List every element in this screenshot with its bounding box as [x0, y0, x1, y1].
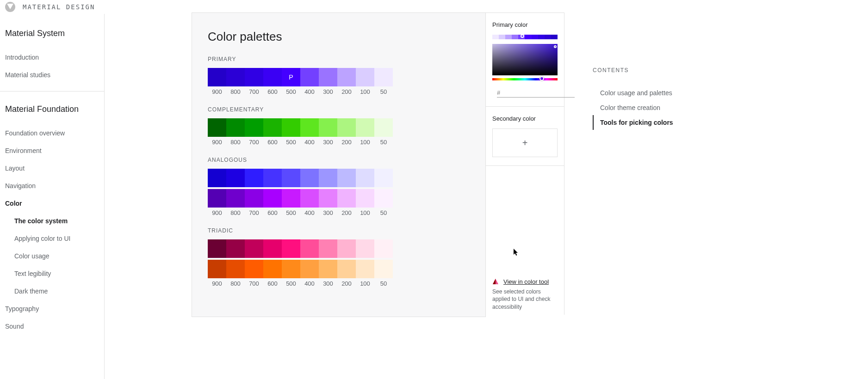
swatch[interactable] [263, 260, 282, 278]
toc-item-tools-picking[interactable]: Tools for picking colors [593, 115, 713, 130]
swatch[interactable] [356, 68, 374, 86]
swatch[interactable] [245, 239, 263, 258]
swatch[interactable] [208, 68, 226, 86]
tone-swatch[interactable] [505, 35, 512, 39]
swatch[interactable] [337, 260, 356, 278]
swatch[interactable] [245, 189, 263, 208]
swatch[interactable] [319, 68, 337, 86]
nav-item-introduction[interactable]: Introduction [0, 49, 104, 66]
swatch[interactable] [319, 169, 337, 187]
swatch[interactable] [263, 118, 282, 137]
indicator-complementary[interactable] [300, 118, 319, 137]
material-logo[interactable] [5, 2, 15, 12]
tone-swatch[interactable] [551, 35, 558, 39]
swatch[interactable] [356, 189, 374, 208]
swatch[interactable] [374, 169, 393, 187]
add-secondary-button[interactable]: + [492, 128, 558, 157]
tone-swatch[interactable] [512, 35, 518, 39]
swatch[interactable] [226, 169, 245, 187]
indicator-triadic-2[interactable] [226, 260, 245, 278]
indicator-analogous-1[interactable] [245, 169, 263, 187]
hue-thumb[interactable] [539, 76, 544, 81]
indicator-primary[interactable]: P [282, 68, 300, 86]
swatch[interactable] [300, 169, 319, 187]
nav-item-layout[interactable]: Layout [0, 159, 104, 177]
swatch[interactable] [374, 118, 393, 137]
swatch[interactable] [337, 118, 356, 137]
tone-swatch[interactable] [499, 35, 505, 39]
swatch-row-complementary[interactable] [208, 118, 393, 137]
swatch-row-analogous-1[interactable] [208, 169, 393, 187]
toc-item-theme-creation[interactable]: Color theme creation [593, 100, 713, 115]
tone-swatch[interactable] [492, 35, 499, 39]
nav-item-environment[interactable]: Environment [0, 142, 104, 159]
nav-item-dark-theme[interactable]: Dark theme [0, 282, 104, 300]
color-area[interactable] [492, 44, 558, 75]
swatch[interactable] [374, 68, 393, 86]
swatch[interactable] [356, 118, 374, 137]
nav-item-material-studies[interactable]: Material studies [0, 66, 104, 84]
swatch[interactable] [226, 239, 245, 258]
swatch[interactable] [263, 239, 282, 258]
swatch[interactable] [226, 118, 245, 137]
nav-item-text-legibility[interactable]: Text legibility [0, 265, 104, 282]
nav-item-foundation-overview[interactable]: Foundation overview [0, 124, 104, 142]
tone-swatch[interactable] [538, 35, 545, 39]
nav-item-sound[interactable]: Sound [0, 318, 104, 335]
nav-item-applying-color[interactable]: Applying color to UI [0, 230, 104, 247]
swatch[interactable] [245, 260, 263, 278]
swatch[interactable] [319, 239, 337, 258]
swatch[interactable] [337, 189, 356, 208]
nav-item-typography[interactable]: Typography [0, 300, 104, 318]
indicator-triadic-1[interactable] [300, 239, 319, 258]
swatch[interactable] [337, 68, 356, 86]
nav-item-navigation[interactable]: Navigation [0, 177, 104, 195]
hue-slider[interactable] [492, 78, 558, 80]
swatch[interactable] [300, 68, 319, 86]
swatch[interactable] [208, 189, 226, 208]
swatch[interactable] [374, 239, 393, 258]
swatch[interactable] [319, 260, 337, 278]
swatch[interactable] [208, 239, 226, 258]
swatch[interactable] [263, 189, 282, 208]
swatch[interactable] [319, 118, 337, 137]
swatch-row-triadic-2[interactable] [208, 260, 393, 278]
swatch[interactable] [356, 169, 374, 187]
tone-marker[interactable] [521, 34, 524, 38]
swatch[interactable] [282, 260, 300, 278]
swatch[interactable] [282, 189, 300, 208]
swatch[interactable] [282, 239, 300, 258]
swatch[interactable] [319, 189, 337, 208]
swatch[interactable] [245, 68, 263, 86]
swatch-row-analogous-2[interactable] [208, 189, 393, 208]
swatch[interactable] [226, 189, 245, 208]
tone-swatch[interactable] [525, 35, 531, 39]
swatch[interactable] [226, 68, 245, 86]
tone-swatch[interactable] [532, 35, 538, 39]
swatch[interactable] [282, 118, 300, 137]
nav-item-color-system[interactable]: The color system [0, 212, 104, 230]
swatch[interactable] [263, 68, 282, 86]
swatch[interactable] [282, 169, 300, 187]
indicator-analogous-2[interactable] [300, 189, 319, 208]
toc-item-color-usage[interactable]: Color usage and palettes [593, 86, 713, 100]
swatch[interactable] [245, 118, 263, 137]
swatch-row-triadic-1[interactable] [208, 239, 393, 258]
swatch[interactable] [208, 118, 226, 137]
swatch[interactable] [300, 260, 319, 278]
hex-input[interactable] [497, 88, 575, 98]
swatch[interactable] [337, 169, 356, 187]
tone-swatch[interactable] [545, 35, 551, 39]
nav-item-color-usage[interactable]: Color usage [0, 247, 104, 265]
swatch[interactable] [374, 189, 393, 208]
swatch[interactable] [208, 169, 226, 187]
swatch[interactable] [356, 239, 374, 258]
swatch[interactable] [374, 260, 393, 278]
swatch[interactable] [337, 239, 356, 258]
nav-item-color[interactable]: Color [0, 195, 104, 212]
swatch[interactable] [263, 169, 282, 187]
tone-bar[interactable] [492, 35, 558, 39]
view-in-color-tool-link[interactable]: View in color tool [492, 278, 558, 285]
swatch[interactable] [208, 260, 226, 278]
color-area-thumb[interactable] [554, 45, 557, 48]
